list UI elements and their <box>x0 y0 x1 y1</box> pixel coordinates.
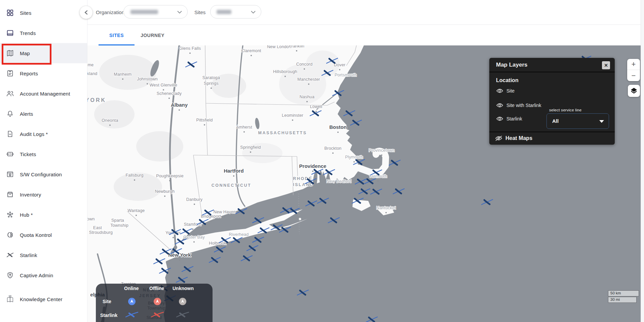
map-label: CONNECTICUT <box>212 183 251 188</box>
eye-off-icon <box>495 135 503 141</box>
scrollbar-track[interactable] <box>641 0 644 322</box>
sidebar-item-inventory[interactable]: Inventory <box>0 184 87 205</box>
map-label: town <box>87 217 95 221</box>
map-label: Wantage <box>128 208 145 213</box>
account-icon <box>6 90 14 98</box>
map-label: Oneonta <box>102 118 118 123</box>
sidebar-item-label: Audit Logs * <box>20 131 48 137</box>
city-dot <box>173 237 174 238</box>
swconfig-icon <box>6 170 14 178</box>
city-dot <box>332 152 334 154</box>
city-dot <box>224 216 225 217</box>
map-label: YORK <box>87 97 106 103</box>
heat-maps-label: Heat Maps <box>505 135 532 141</box>
sidebar-item-quota[interactable]: Quota Kontrol <box>0 225 87 245</box>
city-dot <box>353 161 355 163</box>
zoom-control: + − <box>627 59 640 81</box>
service-line-select[interactable]: All <box>546 113 609 129</box>
map-label: New London <box>267 45 291 49</box>
sites-dropdown[interactable] <box>210 5 261 19</box>
city-dot <box>194 204 195 205</box>
map-legend: Online Offline Unknown Site Starlink <box>96 284 213 322</box>
city-dot <box>338 185 340 187</box>
sidebar-item-label: Reports <box>20 71 38 76</box>
sidebar-item-account[interactable]: Account Management <box>0 83 87 104</box>
map-label: Stroudsburg <box>89 230 113 235</box>
city-dot <box>193 241 195 243</box>
heat-maps-toggle[interactable]: Heat Maps <box>495 135 532 141</box>
close-icon[interactable]: ✕ <box>602 61 610 69</box>
sidebar-item-knowledge[interactable]: Knowledge Center <box>0 289 87 309</box>
layer-toggle-site[interactable]: Site <box>496 88 515 94</box>
map-label: Riverhead <box>229 232 249 237</box>
sites-icon <box>6 9 14 17</box>
scale-km: 50 km <box>608 290 639 296</box>
zoom-out-button[interactable]: − <box>627 70 640 81</box>
layer-toggle-starlink[interactable]: Starlink <box>496 116 522 121</box>
city-dot <box>122 78 123 80</box>
sidebar-item-starlink[interactable]: Starlink <box>0 245 87 265</box>
sidebar-knowledge-center-wrap: Knowledge Center <box>0 289 87 309</box>
sidebar-item-label: Tickets <box>20 151 36 157</box>
sidebar-item-hub[interactable]: Hub * <box>0 205 87 225</box>
city-dot <box>385 212 387 213</box>
sites-value-redacted <box>217 10 231 14</box>
sidebar-item-trends[interactable]: Trends <box>0 23 87 43</box>
sidebar-collapse-button[interactable] <box>80 6 92 19</box>
sidebar-item-label: Sites <box>20 10 31 16</box>
tab-sites[interactable]: SITES <box>99 25 135 45</box>
map-layers-header: Map Layers ✕ <box>489 58 615 72</box>
sidebar-item-alerts[interactable]: Alerts <box>0 104 87 124</box>
topbar: Organization Sites <box>87 0 641 25</box>
organization-value-redacted <box>130 10 158 14</box>
sidebar-item-sites[interactable]: Sites <box>0 3 87 23</box>
organization-dropdown[interactable] <box>123 5 188 19</box>
zoom-in-button[interactable]: + <box>627 59 640 70</box>
map-label: Brockton <box>325 146 342 151</box>
city-dot <box>315 111 317 112</box>
reports-icon <box>6 69 14 77</box>
map-label: Glens Falls <box>179 46 201 51</box>
sidebar-item-label: Starlink <box>20 252 37 258</box>
sidebar-item-swconfig[interactable]: S/W Configuration <box>0 164 87 184</box>
map-label: Springfield <box>240 145 261 150</box>
sidebar-item-tickets[interactable]: Tickets <box>0 144 87 164</box>
panel-divider <box>489 132 615 132</box>
site-online-pin-icon <box>128 297 136 306</box>
site-offline-pin-icon <box>153 297 161 306</box>
legend-col-unknown: Unknown <box>173 286 194 291</box>
sidebar-item-reports[interactable]: Reports <box>0 63 87 83</box>
map-label: Springs <box>204 81 219 86</box>
city-dot <box>210 220 212 222</box>
city-dot <box>339 69 340 70</box>
chevron-left-icon <box>84 10 88 15</box>
sidebar-item-audit[interactable]: Audit Logs * <box>0 124 87 144</box>
map-canvas[interactable]: omeGlens FallsSaratogaSpringsManheimklan… <box>87 45 641 322</box>
city-dot <box>251 55 252 56</box>
tab-journey[interactable]: JOURNEY <box>135 25 171 45</box>
map-label: ome <box>87 63 93 67</box>
map-label: East <box>93 225 102 230</box>
map-label: Claremont <box>241 48 261 53</box>
sidebar-item-label: Trends <box>20 30 36 36</box>
hub-icon <box>6 211 14 219</box>
map-layers-button[interactable] <box>628 85 640 97</box>
city-dot <box>381 154 382 156</box>
map-label: Manchester <box>297 77 320 82</box>
sidebar-item-map[interactable]: Map <box>0 43 87 63</box>
sidebar-item-captive[interactable]: Captive Admin <box>0 265 87 285</box>
map-label: Nashua <box>300 95 314 99</box>
map-label: Hartford <box>224 168 243 174</box>
map-label: ISLAND <box>293 182 314 187</box>
layer-site-label: Site <box>506 88 515 94</box>
map-label: Township <box>110 223 128 228</box>
map-label: Nantucket <box>376 206 396 210</box>
eye-icon <box>496 116 503 121</box>
tab-bar: SITES JOURNEY <box>87 25 641 45</box>
map-label: Manheim <box>114 72 132 77</box>
map-label: Portsmouth <box>335 73 357 77</box>
layer-toggle-site-with-starlink[interactable]: Site with Starlink <box>496 103 541 108</box>
map-label: Providence <box>299 163 327 169</box>
map-label: Holbrook <box>209 241 226 246</box>
city-dot <box>147 83 148 84</box>
